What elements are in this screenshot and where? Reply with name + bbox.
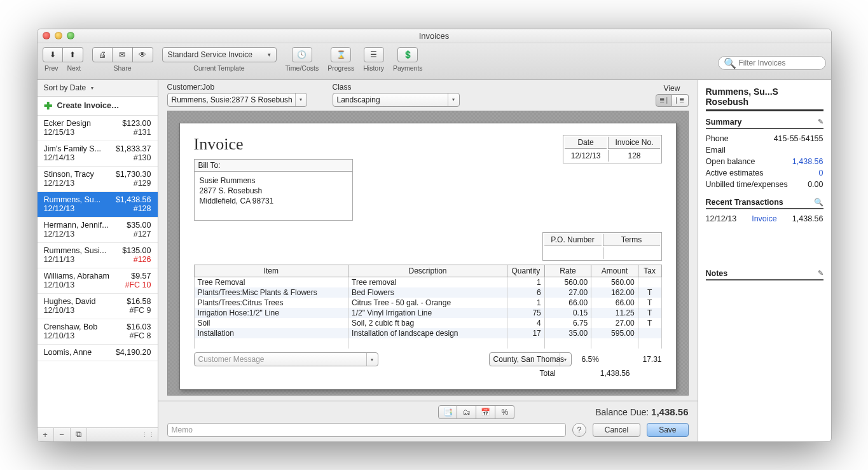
envelope-icon: ✉ — [119, 50, 125, 59]
active-estimates-link[interactable]: 0 — [819, 169, 823, 177]
invoice-list-item[interactable]: Hughes, David$16.5812/10/13#FC 9 — [38, 294, 158, 319]
balance-due: Balance Due: 1,438.56 — [595, 406, 688, 417]
resize-handle[interactable]: ⋮⋮ — [87, 428, 158, 441]
invoice-list-item[interactable]: Williams, Abraham$9.5712/10/13#FC 10 — [38, 268, 158, 294]
customer-job-dropdown[interactable]: Rummens, Susie:2877 S Rosebush▾ — [167, 93, 307, 107]
invoice-list-item[interactable]: Ecker Design$123.0012/15/13#131 — [38, 116, 158, 141]
invoice-list-item[interactable]: Rummens, Susi...$135.0012/11/13#126 — [38, 243, 158, 268]
preview-button[interactable]: 👁 — [133, 47, 153, 62]
sort-dropdown[interactable]: Sort by Date — [38, 80, 158, 97]
open-balance-link[interactable]: 1,438.56 — [792, 157, 823, 166]
customer-message-dropdown[interactable]: Customer Message▾ — [194, 352, 378, 366]
invoice-number-field[interactable]: 128 — [608, 150, 659, 162]
journal-button[interactable]: 📑 — [438, 405, 457, 419]
down-arrow-icon: ⬇ — [50, 50, 56, 59]
filter-search[interactable]: 🔍 — [718, 56, 826, 70]
main-area: Customer:Job Rummens, Susie:2877 S Roseb… — [158, 80, 698, 441]
bill-to-box[interactable]: Bill To: Susie Rummens 2877 S. Rosebush … — [194, 159, 353, 221]
window-controls — [43, 32, 74, 39]
po-number-field[interactable] — [544, 247, 602, 259]
percent-button[interactable]: % — [495, 405, 514, 419]
clock-icon: 🕓 — [297, 50, 307, 59]
tax-amount: 17.31 — [617, 355, 662, 364]
timecosts-button[interactable]: 🕓 — [292, 47, 312, 62]
invoice-list[interactable]: Ecker Design$123.0012/15/13#131Jim's Fam… — [38, 116, 158, 427]
search-transactions-icon[interactable]: 🔍 — [814, 198, 823, 207]
print-button[interactable]: 🖨 — [92, 47, 113, 62]
up-arrow-icon: ⬆ — [69, 50, 76, 59]
hourglass-icon: ⌛ — [336, 50, 346, 59]
memo-field[interactable]: Memo — [167, 423, 566, 437]
search-icon: 🔍 — [724, 57, 736, 69]
ledger-icon: ☰ — [370, 50, 377, 59]
progress-button[interactable]: ⌛ — [331, 47, 351, 62]
toolbar: ⬇ ⬆ PrevNext 🖨 ✉ 👁 Share Standard Servic… — [38, 43, 831, 80]
titlebar: Invoices — [38, 29, 831, 43]
invoice-list-item[interactable]: Rummens, Su...$1,438.5612/12/13#128 — [38, 192, 158, 218]
line-item-row[interactable]: Plants/Trees:Citrus TreesCitrus Tree - 5… — [194, 298, 661, 308]
edit-summary-icon[interactable]: ✎ — [818, 118, 823, 126]
add-button[interactable]: + — [38, 428, 54, 441]
help-button[interactable]: ? — [572, 423, 586, 437]
email-button[interactable]: ✉ — [113, 47, 133, 62]
terms-field[interactable] — [603, 247, 660, 259]
app-window: Invoices ⬇ ⬆ PrevNext 🖨 ✉ 👁 Share Standa… — [37, 29, 832, 442]
attach-button[interactable]: 🗂 — [457, 405, 476, 419]
history-button[interactable]: ☰ — [364, 47, 384, 62]
summary-pane: Rummens, Su...S Rosebush Summary✎ Phone4… — [698, 80, 831, 441]
customer-label: Customer:Job — [167, 83, 307, 92]
close-icon[interactable] — [43, 32, 50, 39]
save-button[interactable]: Save — [647, 423, 688, 437]
remove-button[interactable]: − — [54, 428, 71, 441]
cancel-button[interactable]: Cancel — [593, 423, 640, 437]
line-item-row[interactable]: Plants/Trees:Misc Plants & FlowersBed Fl… — [194, 287, 661, 298]
window-title: Invoices — [38, 31, 831, 41]
zoom-icon[interactable] — [67, 32, 74, 39]
class-dropdown[interactable]: Landscaping▾ — [333, 93, 460, 107]
invoice-list-item[interactable]: Crenshaw, Bob$16.0312/10/13#FC 8 — [38, 319, 158, 345]
class-label: Class — [333, 83, 460, 92]
total-amount: 1,438.56 — [600, 369, 630, 378]
form-footer: 📑 🗂 📅 % Balance Due: 1,438.56 Memo ? Can… — [158, 401, 698, 441]
tax-rate: 6.5% — [582, 355, 607, 364]
view-mode-form[interactable]: | ≣ — [672, 94, 689, 107]
sidebar-footer: + − ⧉ ⋮⋮ — [38, 427, 158, 441]
line-item-row[interactable]: Irrigation Hose:1/2" Line1/2" Vinyl Irri… — [194, 308, 661, 318]
invoice-header-box: DateInvoice No. 12/12/13 128 — [563, 135, 662, 163]
invoice-heading: Invoice — [194, 135, 353, 154]
edit-notes-icon[interactable]: ✎ — [818, 269, 823, 277]
payments-button[interactable]: 💲 — [397, 47, 418, 62]
line-item-row[interactable]: Tree RemovalTree removal1560.00560.00 — [194, 277, 661, 288]
invoice-date-field[interactable]: 12/12/13 — [565, 150, 607, 162]
invoice-sidebar: Sort by Date ✚ Create Invoice… Ecker Des… — [38, 80, 158, 441]
cash-icon: 💲 — [403, 50, 413, 59]
view-mode-list[interactable]: ≣ | — [656, 94, 672, 107]
line-item-row[interactable] — [194, 338, 661, 349]
tax-region-dropdown[interactable]: County, San Thomas▾ — [489, 352, 572, 366]
line-items-table[interactable]: Item Description Quantity Rate Amount Ta… — [194, 265, 662, 349]
prev-button[interactable]: ⬇ — [43, 47, 63, 62]
printer-icon: 🖨 — [99, 50, 106, 59]
invoice-list-item[interactable]: Hermann, Jennif...$35.0012/12/13#127 — [38, 218, 158, 243]
invoice-list-item[interactable]: Loomis, Anne$4,190.20 — [38, 345, 158, 361]
line-item-row[interactable]: InstallationInstallation of landscape de… — [194, 328, 661, 338]
invoice-list-item[interactable]: Stinson, Tracy$1,730.3012/12/13#129 — [38, 167, 158, 192]
next-button[interactable]: ⬆ — [63, 47, 83, 62]
filter-input[interactable] — [739, 59, 824, 67]
create-invoice-button[interactable]: ✚ Create Invoice… — [38, 97, 158, 116]
invoice-list-item[interactable]: Jim's Family S...$1,833.3712/14/13#130 — [38, 141, 158, 167]
plus-icon: ✚ — [44, 100, 52, 112]
minimize-icon[interactable] — [55, 32, 62, 39]
eye-icon: 👁 — [139, 50, 146, 59]
recent-transaction[interactable]: 12/12/13 Invoice 1,438.56 — [706, 213, 823, 225]
duplicate-button[interactable]: ⧉ — [71, 428, 87, 441]
document-canvas: Invoice Bill To: Susie Rummens 2877 S. R… — [167, 111, 689, 396]
po-terms-box: P.O. NumberTerms — [542, 232, 662, 261]
view-label: View — [656, 84, 689, 93]
invoice-document: Invoice Bill To: Susie Rummens 2877 S. R… — [179, 123, 677, 391]
calendar-button[interactable]: 📅 — [476, 405, 495, 419]
line-item-row[interactable]: SoilSoil, 2 cubic ft bag46.7527.00T — [194, 318, 661, 328]
customer-title: Rummens, Su...S Rosebush — [706, 86, 823, 111]
template-dropdown[interactable]: Standard Service Invoice — [162, 47, 277, 62]
total-label: Total — [539, 369, 555, 378]
